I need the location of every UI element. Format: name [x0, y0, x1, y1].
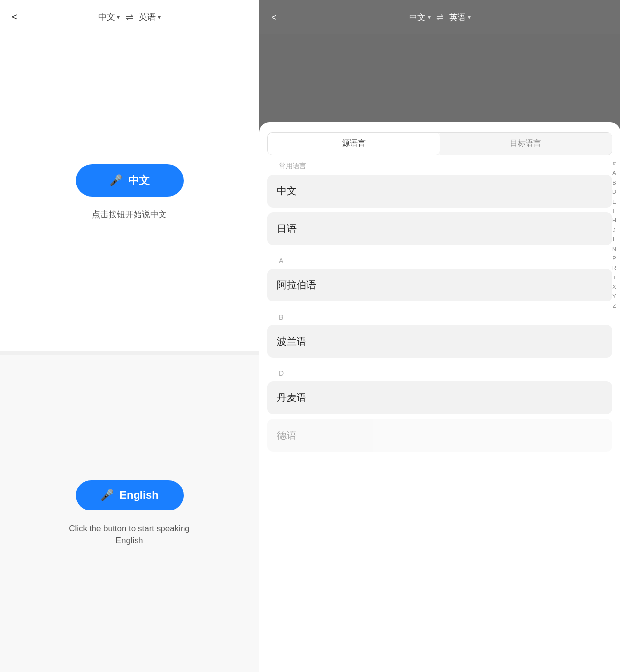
- alpha-E[interactable]: E: [610, 198, 618, 206]
- left-target-lang-label: 英语: [139, 11, 156, 23]
- left-target-dropdown-arrow: ▾: [158, 14, 161, 21]
- right-source-lang-label: 中文: [409, 12, 426, 23]
- right-header: < 中文 ▾ ⇌ 英语 ▾: [259, 0, 620, 34]
- right-target-lang-label: 英语: [449, 12, 466, 23]
- tab-source-language[interactable]: 源语言: [268, 133, 440, 155]
- english-mic-icon: 🎤: [100, 489, 114, 502]
- english-hint: Click the button to start speaking Engli…: [69, 522, 190, 547]
- alpha-L[interactable]: L: [610, 236, 618, 243]
- list-item[interactable]: 日语: [267, 212, 612, 245]
- right-panel: < 中文 ▾ ⇌ 英语 ▾ 源语言 目标语言 常用语言 中文: [259, 0, 620, 672]
- gray-overlay: [259, 34, 620, 132]
- alpha-F[interactable]: F: [610, 208, 618, 215]
- alpha-X[interactable]: X: [610, 283, 618, 291]
- left-back-button[interactable]: <: [12, 11, 18, 23]
- list-item[interactable]: 德语: [267, 419, 612, 452]
- right-back-button[interactable]: <: [271, 12, 277, 23]
- common-section-label: 常用语言: [267, 155, 612, 175]
- left-source-lang-label: 中文: [98, 11, 115, 23]
- chinese-hint: 点击按钮开始说中文: [92, 209, 167, 221]
- list-item[interactable]: 丹麦语: [267, 381, 612, 414]
- translation-panels: 🎤 中文 点击按钮开始说中文 🎤 English Click the butto…: [0, 34, 259, 672]
- left-header: < 中文 ▾ ⇌ 英语 ▾: [0, 0, 259, 34]
- english-button-label: English: [119, 489, 158, 502]
- right-lang-selector: 中文 ▾ ⇌ 英语 ▾: [409, 12, 471, 23]
- chinese-panel: 🎤 中文 点击按钮开始说中文: [0, 34, 259, 355]
- section-label-b: B: [267, 306, 612, 325]
- right-target-lang-button[interactable]: 英语 ▾: [449, 12, 471, 23]
- alpha-T[interactable]: T: [610, 274, 618, 281]
- left-source-lang-button[interactable]: 中文 ▾: [98, 11, 120, 23]
- english-panel: 🎤 English Click the button to start spea…: [0, 355, 259, 672]
- alpha-R[interactable]: R: [610, 264, 618, 272]
- left-target-lang-button[interactable]: 英语 ▾: [139, 11, 161, 23]
- chinese-mic-icon: 🎤: [109, 174, 122, 187]
- alpha-N[interactable]: N: [610, 246, 618, 253]
- alpha-A[interactable]: A: [610, 169, 618, 177]
- alpha-hash[interactable]: #: [610, 160, 618, 167]
- alpha-H[interactable]: H: [610, 217, 618, 224]
- left-lang-selector: 中文 ▾ ⇌ 英语 ▾: [98, 11, 161, 23]
- chinese-mic-button[interactable]: 🎤 中文: [76, 164, 184, 197]
- chinese-button-label: 中文: [128, 173, 150, 188]
- left-swap-icon[interactable]: ⇌: [126, 12, 133, 23]
- left-panel: < 中文 ▾ ⇌ 英语 ▾ 🎤 中文 点击按钮开始说中文 🎤: [0, 0, 259, 672]
- lang-list-wrapper: 常用语言 中文 日语 A 阿拉伯语 B 波兰语 D 丹麦语 德语 # A B D: [259, 155, 620, 672]
- alpha-Z[interactable]: Z: [610, 302, 618, 310]
- alpha-Y[interactable]: Y: [610, 293, 618, 300]
- right-target-dropdown-arrow: ▾: [468, 14, 471, 21]
- alpha-D[interactable]: D: [610, 188, 618, 196]
- section-label-d: D: [267, 363, 612, 381]
- left-source-dropdown-arrow: ▾: [117, 14, 120, 21]
- language-picker: 源语言 目标语言 常用语言 中文 日语 A 阿拉伯语 B 波兰语 D 丹麦语 德…: [259, 122, 620, 672]
- list-item[interactable]: 波兰语: [267, 325, 612, 358]
- lang-list-content: 常用语言 中文 日语 A 阿拉伯语 B 波兰语 D 丹麦语 德语: [259, 155, 620, 672]
- list-item[interactable]: 阿拉伯语: [267, 269, 612, 301]
- alphabet-index: # A B D E F H J L N P R T X Y Z: [610, 155, 618, 672]
- list-item[interactable]: 中文: [267, 175, 612, 208]
- tab-target-language[interactable]: 目标语言: [440, 133, 612, 155]
- right-source-lang-button[interactable]: 中文 ▾: [409, 12, 431, 23]
- alpha-B[interactable]: B: [610, 179, 618, 186]
- alpha-J[interactable]: J: [610, 227, 618, 234]
- right-source-dropdown-arrow: ▾: [428, 14, 431, 21]
- section-label-a: A: [267, 250, 612, 269]
- tab-bar: 源语言 目标语言: [267, 132, 612, 155]
- english-mic-button[interactable]: 🎤 English: [76, 480, 184, 510]
- alpha-P[interactable]: P: [610, 255, 618, 262]
- right-swap-icon[interactable]: ⇌: [436, 12, 443, 23]
